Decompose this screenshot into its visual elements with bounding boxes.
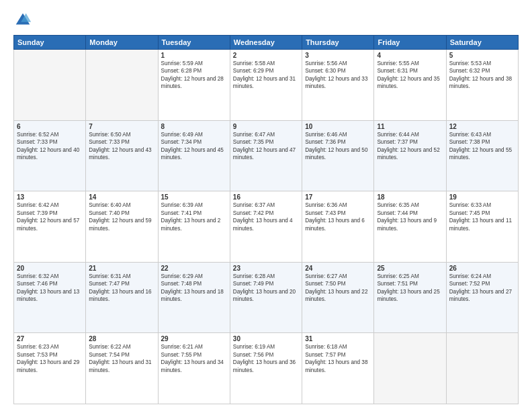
day-header-friday: Friday (374, 36, 446, 50)
cell-info: Sunrise: 6:43 AM Sunset: 7:38 PM Dayligh… (449, 131, 515, 162)
calendar-table: SundayMondayTuesdayWednesdayThursdayFrid… (13, 35, 519, 404)
cell-info: Sunrise: 6:19 AM Sunset: 7:56 PM Dayligh… (233, 343, 299, 374)
day-number: 29 (161, 335, 227, 342)
calendar-cell: 8Sunrise: 6:49 AM Sunset: 7:34 PM Daylig… (158, 120, 230, 191)
day-number: 31 (305, 335, 371, 342)
day-number: 4 (377, 52, 443, 59)
cell-info: Sunrise: 6:37 AM Sunset: 7:42 PM Dayligh… (233, 201, 299, 232)
calendar-cell: 29Sunrise: 6:21 AM Sunset: 7:55 PM Dayli… (158, 333, 230, 404)
cell-info: Sunrise: 6:18 AM Sunset: 7:57 PM Dayligh… (305, 343, 371, 374)
day-number: 23 (233, 265, 299, 272)
day-number: 25 (377, 265, 443, 272)
cell-info: Sunrise: 6:29 AM Sunset: 7:48 PM Dayligh… (161, 273, 227, 304)
day-number: 3 (305, 52, 371, 59)
cell-info: Sunrise: 6:50 AM Sunset: 7:33 PM Dayligh… (89, 131, 154, 162)
day-number: 2 (233, 52, 299, 59)
day-header-monday: Monday (86, 36, 158, 50)
calendar-cell: 24Sunrise: 6:27 AM Sunset: 7:50 PM Dayli… (302, 262, 374, 333)
page: SundayMondayTuesdayWednesdayThursdayFrid… (0, 0, 532, 411)
calendar-cell: 6Sunrise: 6:52 AM Sunset: 7:33 PM Daylig… (14, 120, 86, 191)
week-row-4: 27Sunrise: 6:23 AM Sunset: 7:53 PM Dayli… (14, 333, 519, 404)
cell-info: Sunrise: 5:59 AM Sunset: 6:28 PM Dayligh… (161, 60, 227, 91)
week-row-0: 1Sunrise: 5:59 AM Sunset: 6:28 PM Daylig… (14, 50, 519, 121)
day-number: 1 (161, 52, 227, 59)
week-row-3: 20Sunrise: 6:32 AM Sunset: 7:46 PM Dayli… (14, 262, 519, 333)
day-number: 30 (233, 335, 299, 342)
calendar-cell: 2Sunrise: 5:58 AM Sunset: 6:29 PM Daylig… (230, 50, 302, 121)
cell-info: Sunrise: 6:40 AM Sunset: 7:40 PM Dayligh… (89, 201, 154, 232)
day-number: 15 (161, 193, 227, 201)
calendar-cell: 31Sunrise: 6:18 AM Sunset: 7:57 PM Dayli… (302, 333, 374, 404)
calendar-cell: 12Sunrise: 6:43 AM Sunset: 7:38 PM Dayli… (446, 120, 518, 191)
calendar-cell: 11Sunrise: 6:44 AM Sunset: 7:37 PM Dayli… (374, 120, 446, 191)
cell-info: Sunrise: 6:42 AM Sunset: 7:39 PM Dayligh… (17, 201, 83, 232)
calendar-cell: 1Sunrise: 5:59 AM Sunset: 6:28 PM Daylig… (158, 50, 230, 121)
day-number: 16 (233, 193, 299, 201)
day-header-wednesday: Wednesday (230, 36, 302, 50)
calendar-header-row: SundayMondayTuesdayWednesdayThursdayFrid… (14, 36, 519, 50)
day-header-saturday: Saturday (446, 36, 518, 50)
cell-info: Sunrise: 6:46 AM Sunset: 7:36 PM Dayligh… (305, 131, 371, 162)
day-header-tuesday: Tuesday (158, 36, 230, 50)
day-number: 19 (449, 193, 515, 201)
day-number: 18 (377, 193, 443, 201)
cell-info: Sunrise: 6:25 AM Sunset: 7:51 PM Dayligh… (377, 273, 443, 304)
calendar-cell: 13Sunrise: 6:42 AM Sunset: 7:39 PM Dayli… (14, 191, 86, 263)
cell-info: Sunrise: 6:36 AM Sunset: 7:43 PM Dayligh… (305, 201, 371, 232)
calendar-cell (446, 333, 518, 404)
calendar-cell: 17Sunrise: 6:36 AM Sunset: 7:43 PM Dayli… (302, 191, 374, 263)
cell-info: Sunrise: 6:33 AM Sunset: 7:45 PM Dayligh… (449, 201, 515, 232)
cell-info: Sunrise: 6:24 AM Sunset: 7:52 PM Dayligh… (449, 273, 515, 304)
calendar-cell: 28Sunrise: 6:22 AM Sunset: 7:54 PM Dayli… (86, 333, 158, 404)
day-header-thursday: Thursday (302, 36, 374, 50)
day-number: 26 (449, 265, 515, 272)
calendar-cell: 20Sunrise: 6:32 AM Sunset: 7:46 PM Dayli… (14, 262, 86, 333)
cell-info: Sunrise: 6:44 AM Sunset: 7:37 PM Dayligh… (377, 131, 443, 162)
calendar-cell: 25Sunrise: 6:25 AM Sunset: 7:51 PM Dayli… (374, 262, 446, 333)
cell-info: Sunrise: 6:39 AM Sunset: 7:41 PM Dayligh… (161, 201, 227, 232)
day-number: 20 (17, 265, 83, 272)
cell-info: Sunrise: 6:21 AM Sunset: 7:55 PM Dayligh… (161, 343, 227, 374)
day-number: 8 (161, 123, 227, 130)
calendar-cell (14, 50, 86, 121)
day-header-sunday: Sunday (14, 36, 86, 50)
day-number: 11 (377, 123, 443, 130)
calendar-cell: 22Sunrise: 6:29 AM Sunset: 7:48 PM Dayli… (158, 262, 230, 333)
calendar-cell (374, 333, 446, 404)
calendar-cell: 18Sunrise: 6:35 AM Sunset: 7:44 PM Dayli… (374, 191, 446, 263)
day-number: 27 (17, 335, 83, 342)
logo (13, 11, 35, 30)
day-number: 14 (89, 193, 154, 201)
cell-info: Sunrise: 5:55 AM Sunset: 6:31 PM Dayligh… (377, 60, 443, 91)
cell-info: Sunrise: 6:31 AM Sunset: 7:47 PM Dayligh… (89, 273, 154, 304)
day-number: 22 (161, 265, 227, 272)
day-number: 12 (449, 123, 515, 130)
cell-info: Sunrise: 6:49 AM Sunset: 7:34 PM Dayligh… (161, 131, 227, 162)
week-row-2: 13Sunrise: 6:42 AM Sunset: 7:39 PM Dayli… (14, 191, 519, 263)
day-number: 21 (89, 265, 154, 272)
calendar-cell: 26Sunrise: 6:24 AM Sunset: 7:52 PM Dayli… (446, 262, 518, 333)
logo-icon (13, 11, 32, 30)
day-number: 10 (305, 123, 371, 130)
calendar-cell: 5Sunrise: 5:53 AM Sunset: 6:32 PM Daylig… (446, 50, 518, 121)
calendar-cell: 23Sunrise: 6:28 AM Sunset: 7:49 PM Dayli… (230, 262, 302, 333)
cell-info: Sunrise: 6:23 AM Sunset: 7:53 PM Dayligh… (17, 343, 83, 374)
cell-info: Sunrise: 6:52 AM Sunset: 7:33 PM Dayligh… (17, 131, 83, 162)
day-number: 28 (89, 335, 154, 342)
day-number: 13 (17, 193, 83, 201)
week-row-1: 6Sunrise: 6:52 AM Sunset: 7:33 PM Daylig… (14, 120, 519, 191)
day-number: 6 (17, 123, 83, 130)
cell-info: Sunrise: 6:32 AM Sunset: 7:46 PM Dayligh… (17, 273, 83, 304)
calendar-cell: 16Sunrise: 6:37 AM Sunset: 7:42 PM Dayli… (230, 191, 302, 263)
calendar-cell: 21Sunrise: 6:31 AM Sunset: 7:47 PM Dayli… (86, 262, 158, 333)
calendar-cell: 7Sunrise: 6:50 AM Sunset: 7:33 PM Daylig… (86, 120, 158, 191)
day-number: 17 (305, 193, 371, 201)
cell-info: Sunrise: 6:22 AM Sunset: 7:54 PM Dayligh… (89, 343, 154, 374)
day-number: 9 (233, 123, 299, 130)
calendar-cell: 30Sunrise: 6:19 AM Sunset: 7:56 PM Dayli… (230, 333, 302, 404)
calendar-cell: 14Sunrise: 6:40 AM Sunset: 7:40 PM Dayli… (86, 191, 158, 263)
calendar-cell: 15Sunrise: 6:39 AM Sunset: 7:41 PM Dayli… (158, 191, 230, 263)
calendar-cell: 19Sunrise: 6:33 AM Sunset: 7:45 PM Dayli… (446, 191, 518, 263)
cell-info: Sunrise: 6:47 AM Sunset: 7:35 PM Dayligh… (233, 131, 299, 162)
cell-info: Sunrise: 6:35 AM Sunset: 7:44 PM Dayligh… (377, 201, 443, 232)
